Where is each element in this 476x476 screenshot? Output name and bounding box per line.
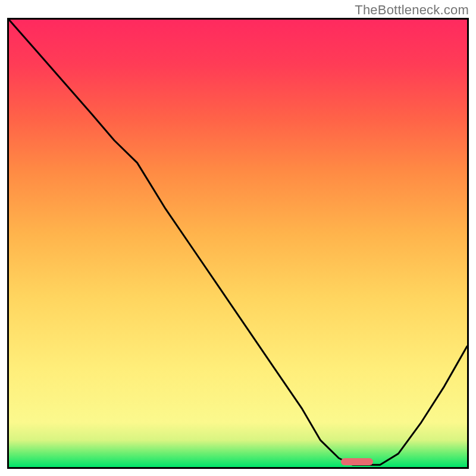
optimal-marker	[341, 458, 373, 465]
watermark-text: TheBottleneck.com	[355, 2, 469, 18]
bottleneck-curve	[9, 20, 467, 467]
plot-area	[7, 18, 469, 469]
chart-container: TheBottleneck.com	[0, 0, 476, 476]
